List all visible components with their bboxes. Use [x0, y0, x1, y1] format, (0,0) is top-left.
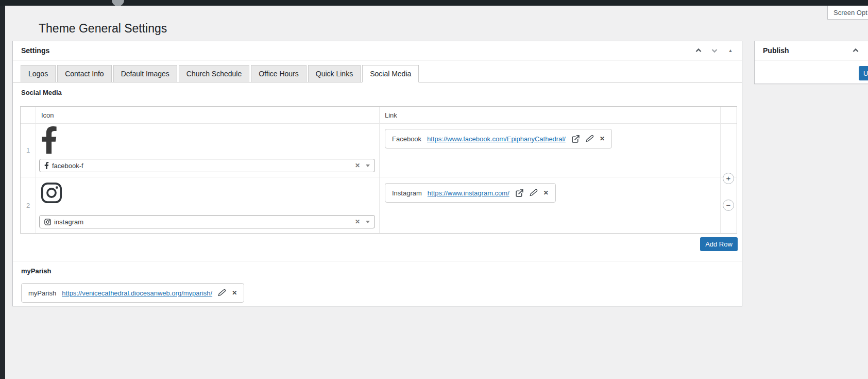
select-clear-icon[interactable]: ✕	[355, 162, 360, 169]
remove-link-icon[interactable]: ✕	[232, 289, 237, 296]
link-url[interactable]: https://www.facebook.com/EpiphanyCathedr…	[427, 135, 566, 143]
repeater-header-link: Link	[380, 107, 721, 124]
publish-metabox: Publish U	[754, 41, 868, 84]
toggle-order-icon[interactable]: ▲	[726, 46, 735, 55]
remove-link-icon[interactable]: ✕	[543, 189, 549, 196]
link-title: Facebook	[392, 135, 421, 143]
move-down-icon[interactable]	[710, 46, 719, 55]
tab-social-media[interactable]: Social Media	[362, 65, 419, 83]
edit-link-icon[interactable]	[586, 135, 594, 143]
field-divider	[13, 261, 742, 261]
row-drag-handle[interactable]: 1	[21, 124, 36, 177]
edit-link-icon[interactable]	[218, 289, 226, 297]
settings-metabox-title: Settings	[21, 46, 49, 55]
admin-bar	[0, 0, 868, 6]
row-icon-cell: facebook-f ✕	[36, 124, 380, 177]
remove-row-inline-icon[interactable]: −	[723, 200, 734, 211]
screen-options-label: Screen Opt	[833, 9, 867, 17]
tab-logos[interactable]: Logos	[21, 65, 56, 83]
publish-metabox-title: Publish	[763, 46, 789, 55]
icon-select-value: instagram	[54, 218, 83, 226]
link-url[interactable]: https://www.instagram.com/	[428, 189, 509, 197]
select-clear-icon[interactable]: ✕	[355, 219, 360, 225]
link-title: Instagram	[392, 189, 422, 197]
select-dropdown-icon[interactable]	[366, 164, 370, 167]
external-link-icon[interactable]	[515, 189, 524, 197]
row-link-cell: Facebook https://www.facebook.com/Epipha…	[380, 124, 721, 177]
instagram-icon	[41, 182, 62, 204]
repeater-header-icon: Icon	[36, 107, 380, 124]
move-up-icon[interactable]	[694, 46, 703, 55]
facebook-f-icon	[41, 126, 58, 154]
icon-select-facebook[interactable]: facebook-f ✕	[39, 159, 375, 172]
update-button[interactable]: U	[859, 66, 868, 80]
admin-sidebar-collapsed	[0, 6, 5, 379]
select-dropdown-icon[interactable]	[366, 221, 370, 223]
link-field-myparish: myParish https://venicecathedral.diocesa…	[21, 283, 244, 303]
tab-quick-links[interactable]: Quick Links	[308, 65, 361, 83]
tab-office-hours[interactable]: Office Hours	[251, 65, 307, 83]
page-title: Theme General Settings	[39, 22, 167, 36]
tab-church-schedule[interactable]: Church Schedule	[179, 65, 249, 83]
settings-metabox-header: Settings ▲	[13, 41, 742, 60]
edit-link-icon[interactable]	[530, 189, 538, 197]
myparish-field-label: myParish	[21, 267, 52, 275]
wordpress-admin-screen: Screen Opt Theme General Settings Settin…	[0, 0, 868, 379]
social-media-repeater-table: Icon Link 1 facebook-f ✕	[20, 106, 737, 234]
repeater-header-handle-cell	[21, 107, 36, 124]
social-media-field-label: Social Media	[21, 89, 62, 96]
external-link-icon[interactable]	[571, 135, 580, 143]
settings-tab-bar: Logos Contact Info Default Images Church…	[13, 61, 742, 83]
tab-default-images[interactable]: Default Images	[113, 65, 177, 83]
instagram-small-icon	[44, 219, 51, 225]
row-actions-cell	[721, 124, 737, 177]
repeater-header-actions-cell	[721, 107, 737, 124]
row-link-cell: Instagram https://www.instagram.com/ ✕	[380, 177, 721, 233]
publish-metabox-header: Publish	[755, 41, 868, 60]
add-row-inline-icon[interactable]: +	[723, 173, 734, 184]
row-icon-cell: instagram ✕	[36, 177, 380, 233]
link-field-instagram: Instagram https://www.instagram.com/ ✕	[385, 183, 556, 203]
icon-select-instagram[interactable]: instagram ✕	[39, 215, 375, 228]
tab-contact-info[interactable]: Contact Info	[57, 65, 112, 83]
collapse-icon[interactable]	[852, 46, 860, 55]
facebook-f-small-icon	[44, 162, 49, 169]
link-title: myParish	[28, 289, 56, 297]
add-row-button[interactable]: Add Row	[700, 237, 738, 251]
screen-options-button[interactable]: Screen Opt	[827, 6, 868, 20]
icon-select-value: facebook-f	[52, 162, 83, 170]
row-drag-handle[interactable]: 2	[21, 177, 36, 233]
link-field-facebook: Facebook https://www.facebook.com/Epipha…	[385, 129, 612, 149]
admin-bar-item-partial-icon	[109, 0, 127, 9]
settings-metabox: Settings ▲ Logos Contact Info Default Im…	[12, 41, 742, 306]
remove-link-icon[interactable]: ✕	[600, 135, 605, 142]
link-url[interactable]: https://venicecathedral.diocesanweb.org/…	[62, 289, 212, 297]
